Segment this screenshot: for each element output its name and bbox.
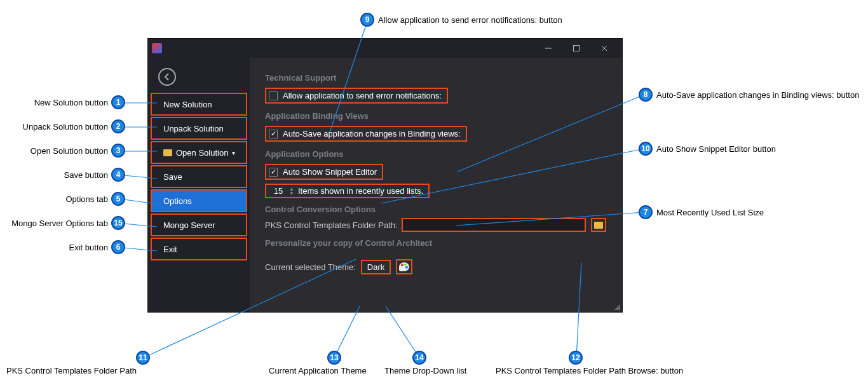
callout-badge-12: 12 — [569, 351, 583, 365]
callout-badge-1: 1 — [111, 95, 125, 109]
callout-text-1: New Solution button — [27, 98, 108, 107]
sidebar-item-label: New Solution — [163, 100, 212, 109]
callout-badge-4: 4 — [111, 168, 125, 182]
callout-text-10: Auto Show Snippet Editor button — [656, 144, 776, 154]
allow-error-notifications-checkbox[interactable] — [269, 91, 278, 100]
resize-grip[interactable] — [613, 302, 620, 310]
sidebar-item-options[interactable]: Options — [151, 189, 247, 212]
callout-badge-13: 13 — [327, 351, 341, 365]
sidebar-item-new-solution[interactable]: New Solution — [151, 93, 247, 116]
section-control-conversion: Control Conversion Options — [265, 205, 607, 214]
theme-dropdown-button[interactable] — [396, 259, 412, 274]
mru-size-option: 15 ▲▼ Items shown in recently used lists… — [265, 184, 430, 198]
callout-badge-10: 10 — [639, 142, 653, 156]
callout-badge-14: 14 — [412, 351, 426, 365]
callout-text-15: Mongo Server Options tab — [4, 219, 108, 228]
sidebar: New Solution Unpack Solution Open Soluti… — [148, 58, 250, 312]
callout-text-12: PKS Control Templates Folder Path Browse… — [496, 366, 683, 375]
callout-text-14: Theme Drop-Down list — [384, 366, 466, 375]
pks-template-path-label: PKS Control Templates Folder Path: — [265, 220, 398, 230]
section-personalize: Personalize your copy of Control Archite… — [265, 238, 607, 248]
callout-badge-11: 11 — [136, 351, 150, 365]
sidebar-item-mongo-server[interactable]: Mongo Server — [151, 213, 247, 236]
theme-value: Dark — [361, 260, 391, 274]
option-label: Auto-Save application changes in Binding… — [283, 129, 461, 138]
back-button[interactable] — [158, 68, 176, 86]
callout-badge-9: 9 — [360, 13, 374, 27]
close-button[interactable] — [590, 39, 618, 58]
svg-rect-16 — [574, 46, 580, 51]
callout-text-9: Allow application to send error notifica… — [378, 15, 562, 25]
callout-text-2: Unpack Solution button — [14, 122, 108, 132]
theme-label: Current selected Theme: — [265, 262, 356, 272]
option-label: Allow application to send error notifica… — [283, 91, 442, 100]
app-icon — [152, 43, 162, 53]
callout-badge-15: 15 — [111, 216, 125, 230]
option-label: Auto Show Snippet Editor — [283, 167, 377, 177]
callout-badge-5: 5 — [111, 192, 125, 206]
sidebar-item-label: Options — [163, 196, 192, 206]
mru-size-input[interactable]: 15 — [269, 186, 288, 196]
spinner-down-icon[interactable]: ▼ — [289, 191, 294, 196]
callout-text-5: Options tab — [57, 194, 108, 204]
callout-text-8: Auto-Save application changes in Binding… — [656, 90, 859, 100]
theme-row: Current selected Theme: Dark — [265, 259, 607, 274]
callout-badge-7: 7 — [639, 205, 653, 219]
sidebar-item-label: Mongo Server — [163, 220, 215, 230]
callout-badge-3: 3 — [111, 144, 125, 158]
section-application-options: Application Options — [265, 149, 607, 159]
app-window: New Solution Unpack Solution Open Soluti… — [147, 38, 623, 313]
autosave-binding-views-option[interactable]: Auto-Save application changes in Binding… — [265, 126, 467, 142]
titlebar — [148, 39, 622, 58]
auto-show-snippet-editor-checkbox[interactable] — [269, 168, 278, 177]
options-panel: Technical Support Allow application to s… — [250, 58, 622, 312]
callout-text-13: Current Application Theme — [269, 366, 367, 375]
folder-icon — [163, 149, 172, 156]
section-technical-support: Technical Support — [265, 73, 607, 83]
chevron-down-icon: ▾ — [232, 149, 235, 156]
callout-text-6: Exit button — [64, 243, 108, 252]
sidebar-item-save[interactable]: Save — [151, 165, 247, 188]
callout-badge-2: 2 — [111, 119, 125, 133]
minimize-button[interactable] — [534, 39, 562, 58]
sidebar-item-open-solution[interactable]: Open Solution ▾ — [151, 141, 247, 164]
svg-line-13 — [386, 306, 419, 358]
callout-text-3: Open Solution button — [23, 146, 108, 156]
auto-show-snippet-editor-option[interactable]: Auto Show Snippet Editor — [265, 164, 383, 180]
sidebar-item-label: Open Solution — [176, 148, 228, 158]
allow-error-notifications-option[interactable]: Allow application to send error notifica… — [265, 88, 448, 104]
callout-text-7: Most Recently Used List Size — [656, 208, 764, 217]
callout-badge-8: 8 — [639, 88, 653, 102]
sidebar-item-label: Unpack Solution — [163, 124, 224, 133]
sidebar-item-exit[interactable]: Exit — [151, 238, 247, 260]
svg-line-12 — [334, 306, 360, 358]
pks-template-path-input[interactable] — [402, 218, 586, 232]
mru-spinner[interactable]: ▲▼ — [289, 187, 294, 196]
maximize-button[interactable] — [562, 39, 590, 58]
sidebar-item-label: Save — [163, 172, 182, 182]
pks-template-path-browse-button[interactable] — [591, 218, 606, 232]
callout-badge-6: 6 — [111, 240, 125, 254]
callout-text-11: PKS Control Templates Folder Path — [6, 366, 137, 375]
mru-suffix-label: Items shown in recently used lists. — [298, 186, 423, 196]
sidebar-item-unpack-solution[interactable]: Unpack Solution — [151, 117, 247, 140]
autosave-binding-views-checkbox[interactable] — [269, 130, 278, 138]
section-binding-views: Application Binding Views — [265, 111, 607, 121]
folder-open-icon — [594, 222, 603, 229]
palette-icon — [399, 262, 409, 271]
pks-template-path-row: PKS Control Templates Folder Path: — [265, 218, 607, 232]
callout-text-4: Save button — [57, 170, 108, 180]
sidebar-item-label: Exit — [163, 245, 177, 254]
